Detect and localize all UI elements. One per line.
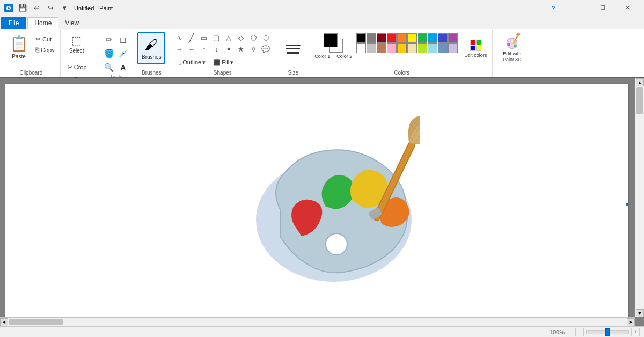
shape-curve[interactable]: ∿ — [173, 32, 185, 43]
canvas[interactable] — [5, 84, 628, 325]
shape-roundrect[interactable]: ▢ — [210, 32, 222, 43]
color-cell[interactable] — [448, 43, 458, 53]
color-cell[interactable] — [428, 43, 437, 53]
color-cell[interactable] — [377, 33, 386, 43]
cut-button[interactable]: ✂ Cut — [33, 34, 57, 44]
tab-home[interactable]: Home — [27, 17, 58, 29]
scrollbar-horizontal[interactable]: ◄ ► — [0, 317, 635, 326]
color-cell[interactable] — [428, 33, 437, 43]
shape-arrow-d[interactable]: ↓ — [210, 43, 222, 54]
zoom-in-button[interactable]: + — [631, 328, 640, 336]
scrollbar-vertical[interactable]: ▲ ▼ — [635, 78, 644, 317]
select-button[interactable]: ⬚ Select — [65, 33, 89, 60]
color-cell[interactable] — [377, 43, 386, 53]
tools-group: ✏ ◻ 🪣 💉 🔍 A Tools — [99, 30, 133, 77]
color-cell[interactable] — [407, 33, 417, 43]
color-labels: Color 1 Color 2 — [314, 54, 352, 59]
scroll-thumb-v[interactable] — [636, 87, 643, 114]
scroll-up-button[interactable]: ▲ — [636, 78, 644, 86]
shape-star4[interactable]: ✦ — [223, 43, 235, 54]
color-cell[interactable] — [397, 33, 407, 43]
redo-button[interactable]: ↪ — [44, 2, 57, 14]
scroll-thumb-h[interactable] — [9, 319, 63, 325]
color-cell[interactable] — [356, 33, 366, 43]
text-button[interactable]: A — [116, 61, 129, 74]
image-row-1: ⬚ Select — [65, 33, 95, 60]
scroll-track-v — [635, 86, 644, 309]
edit-colors-label: Edit colors — [464, 53, 487, 58]
canvas-scroll[interactable]: ▲ ▼ ◄ ► — [0, 78, 644, 326]
minimize-button[interactable]: — — [566, 0, 590, 16]
save-button[interactable]: 💾 — [16, 2, 29, 14]
zoom-slider[interactable] — [586, 330, 629, 334]
scroll-track-h — [8, 318, 627, 326]
color-cell[interactable] — [438, 33, 448, 43]
shape-arrow-u[interactable]: ↑ — [198, 43, 210, 54]
edit-colors-button[interactable]: Edit colors — [462, 33, 489, 64]
color-cell[interactable] — [407, 43, 417, 53]
shape-star6[interactable]: ✡ — [247, 43, 259, 54]
size-line-2 — [286, 45, 301, 46]
undo-button[interactable]: ↩ — [30, 2, 43, 14]
copy-button[interactable]: ⎘ Copy — [33, 45, 57, 55]
crop-button[interactable]: ✂ Crop — [65, 61, 95, 73]
close-button[interactable]: ✕ — [615, 0, 640, 16]
shape-pentagon[interactable]: ⬠ — [247, 32, 259, 43]
color-cell[interactable] — [356, 43, 366, 53]
color-cell[interactable] — [387, 33, 397, 43]
maximize-button[interactable]: ☐ — [590, 0, 615, 16]
brushes-button[interactable]: 🖌 Brushes — [137, 32, 165, 64]
outline-button[interactable]: ⬚ Outline ▾ — [173, 56, 208, 68]
shape-line[interactable]: ╱ — [186, 32, 197, 43]
tab-file[interactable]: File — [1, 17, 26, 29]
expand-qa-button[interactable]: ▾ — [58, 2, 71, 14]
zoom-out-button[interactable]: − — [575, 328, 584, 336]
shape-star5[interactable]: ★ — [235, 43, 247, 54]
clipboard-small-actions: ✂ Cut ⎘ Copy — [33, 32, 57, 70]
color-cell[interactable] — [387, 43, 397, 53]
scroll-down-button[interactable]: ▼ — [636, 309, 644, 317]
paste-button[interactable]: 📋 Paste — [5, 32, 32, 62]
zoom-thumb[interactable] — [605, 328, 610, 336]
shape-callout[interactable]: 💬 — [260, 43, 272, 54]
tab-view[interactable]: View — [58, 17, 85, 29]
color-cell[interactable] — [418, 43, 427, 53]
color-cell[interactable] — [438, 43, 448, 53]
brushes-group: 🖌 Brushes Brushes — [134, 30, 169, 77]
color-selector-main[interactable] — [324, 33, 343, 53]
shape-hex[interactable]: ⬡ — [260, 32, 272, 43]
window-controls: ? — ☐ ✕ — [541, 0, 640, 16]
size-button[interactable] — [280, 32, 306, 63]
color-cell[interactable] — [367, 33, 376, 43]
fill-label: Fill — [222, 59, 229, 65]
crop-label: Crop — [74, 64, 87, 70]
color-cell[interactable] — [397, 43, 407, 53]
color-picker-button[interactable]: 💉 — [116, 47, 129, 60]
zoom-controls: − + — [575, 328, 640, 336]
edit-paint3d-button[interactable]: Edit with Paint 3D — [497, 32, 527, 63]
eraser-button[interactable]: ◻ — [116, 33, 129, 46]
shape-diamond[interactable]: ◇ — [235, 32, 247, 43]
shape-rect[interactable]: ▭ — [198, 32, 210, 43]
shape-arrow-l[interactable]: ← — [186, 43, 197, 54]
fill-button[interactable]: ⬛ Fill ▾ — [210, 56, 236, 68]
color-cell[interactable] — [418, 33, 427, 43]
brushes-content: 🖌 Brushes — [137, 32, 165, 70]
copy-icon: ⎘ — [35, 46, 39, 54]
shape-arrow-r[interactable]: → — [173, 43, 185, 54]
fill-bucket-button[interactable]: 🪣 — [103, 47, 115, 60]
help-button[interactable]: ? — [541, 0, 566, 16]
color-selectors: Color 1 Color 2 — [314, 33, 352, 59]
paint3d-group: Edit with Paint 3D — [494, 30, 530, 77]
resize-handle-right[interactable] — [626, 202, 628, 207]
color-cell[interactable] — [367, 43, 376, 53]
scroll-left-button[interactable]: ◄ — [0, 318, 8, 326]
color-cell[interactable] — [448, 33, 458, 43]
color-row-2 — [356, 43, 458, 53]
shape-triangle[interactable]: △ — [223, 32, 235, 43]
brushes-icon: 🖌 — [144, 36, 158, 53]
pencil-button[interactable]: ✏ — [103, 33, 115, 46]
magnifier-button[interactable]: 🔍 — [103, 61, 115, 74]
select-label: Select — [69, 48, 84, 54]
scroll-right-button[interactable]: ► — [627, 318, 635, 326]
